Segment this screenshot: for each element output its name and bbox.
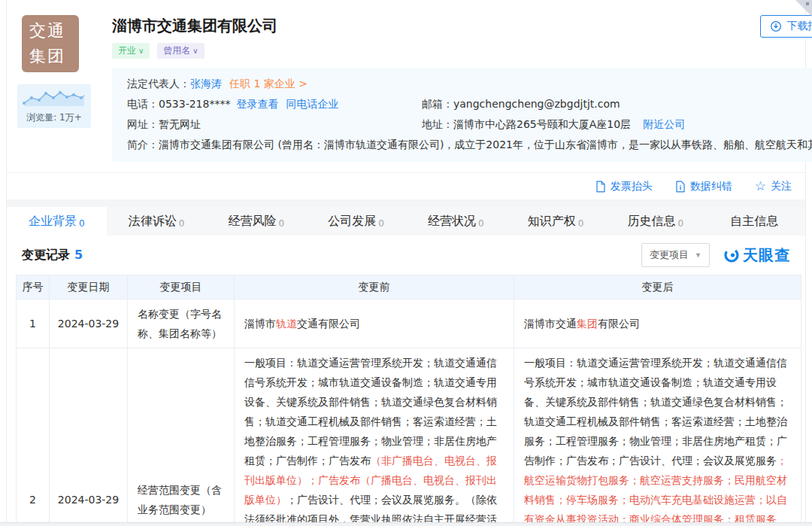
main-content: 变更记录5 变更项目 ▼ 天眼查	[7, 236, 805, 526]
tab-company-background[interactable]: 企业背景0	[7, 207, 107, 236]
filter-label: 变更项目	[650, 248, 689, 262]
legal-rep-label: 法定代表人：	[127, 74, 190, 94]
views-box: 浏览量: 1万+	[17, 84, 91, 128]
main-tabbar: 企业背景0 法律诉讼0 经营风险0 公司发展0 经营状况0 知识产权0 历史信息…	[7, 207, 805, 236]
table-row: 1 2024-03-29 名称变更（字号名称、集团名称等） 淄博市轨道交通有限公…	[17, 299, 801, 348]
company-header: 交通 集团 浏览量: 1万+	[7, 0, 805, 172]
tab-intellectual-property[interactable]: 知识产权0	[506, 207, 606, 236]
address-label: 地址：	[422, 114, 453, 135]
col-header-after: 变更后	[514, 275, 801, 299]
former-name-badge[interactable]: 曾用名∨	[157, 43, 204, 59]
email-value: yangchengcheng@zbgdjtjt.com	[453, 94, 620, 114]
legal-rep-name-link[interactable]: 张海涛	[190, 74, 222, 94]
views-sparkline-chart	[21, 89, 87, 107]
company-logo-line2: 集团	[29, 45, 71, 68]
description-text: 淄博市交通集团有限公司 (曾用名：淄博市轨道交通有限公司)，成立于2021年，位…	[159, 135, 812, 155]
tab-operation-risk[interactable]: 经营风险0	[207, 207, 307, 236]
download-report-label: 下载报告	[786, 20, 812, 33]
data-correction-label: 数据纠错	[690, 180, 732, 193]
section-divider	[7, 199, 805, 207]
phone-label: 电话：	[127, 94, 159, 114]
section-title: 变更记录	[22, 248, 70, 262]
change-date: 2024-03-29	[50, 299, 128, 348]
col-header-no: 序号	[17, 275, 50, 299]
tab-self-published-info[interactable]: 自主信息	[705, 207, 805, 236]
col-header-before: 变更前	[235, 275, 514, 299]
company-info-panel: 法定代表人： 张海涛 任职 1 家企业 > 电话： 0533-218**** 登…	[112, 68, 812, 162]
change-date: 2024-03-29	[50, 348, 128, 526]
legal-rep-companies-link[interactable]: 任职 1 家企业 >	[229, 74, 308, 94]
website-value: 暂无网址	[159, 114, 201, 135]
tab-operating-status[interactable]: 经营状况0	[406, 207, 506, 236]
page-title: 淄博市交通集团有限公司	[112, 15, 698, 36]
invoice-title-button[interactable]: 发票抬头	[595, 180, 653, 193]
download-icon	[770, 20, 782, 32]
change-item: 名称变更（字号名称、集团名称等）	[128, 299, 235, 348]
address-value: 淄博市中心路265号颐和大厦A座10层	[453, 114, 631, 135]
company-logo-line1: 交通	[29, 20, 71, 42]
change-item: 经营范围变更（含业务范围变更）	[128, 348, 235, 526]
nearby-companies-link[interactable]: 附近公司	[643, 114, 685, 135]
brand-eye-icon	[723, 247, 740, 263]
col-header-date: 变更日期	[50, 275, 128, 299]
change-item-filter-dropdown[interactable]: 变更项目 ▼	[641, 243, 710, 267]
login-to-view-link[interactable]: 登录查看	[236, 94, 278, 114]
window-bottom-edge	[0, 522, 812, 526]
change-after: 一般项目：轨道交通运营管理系统开发；轨道交通通信信号系统开发；城市轨道交通设备制…	[514, 348, 801, 526]
follow-button[interactable]: ☆ 关注	[755, 180, 792, 193]
change-records-table: 序号 变更日期 变更项目 变更前 变更后 1 2024-03-29 名称变更（字…	[16, 275, 801, 526]
chevron-down-icon: ▼	[695, 251, 701, 259]
data-correction-button[interactable]: 数据纠错	[675, 180, 732, 193]
views-count: 浏览量: 1万+	[20, 111, 88, 124]
secondary-actions-bar: 发票抬头 数据纠错 ☆ 关注	[7, 172, 805, 199]
corner-fold-dot	[806, 2, 809, 5]
status-badge-open[interactable]: 开业∨	[112, 43, 150, 59]
company-logo: 交通 集团	[22, 15, 79, 72]
invoice-title-label: 发票抬头	[611, 180, 653, 193]
download-report-button[interactable]: 下载报告	[760, 15, 812, 38]
col-header-item: 变更项目	[128, 275, 235, 299]
chevron-down-icon: ∨	[192, 47, 198, 55]
row-no: 2	[17, 348, 50, 526]
email-label: 邮箱：	[422, 94, 453, 114]
document-icon	[595, 181, 606, 193]
description-label: 简介：	[127, 135, 159, 155]
row-no: 1	[17, 299, 50, 348]
follow-label: 关注	[771, 180, 792, 193]
website-label: 网址：	[127, 114, 159, 135]
change-after: 淄博市交通集团有限公司	[514, 299, 801, 348]
brand-name: 天眼查	[743, 245, 790, 266]
change-before: 淄博市轨道交通有限公司	[235, 299, 514, 348]
section-count-badge: 5	[74, 248, 83, 262]
table-row: 2 2024-03-29 经营范围变更（含业务范围变更） 一般项目：轨道交通运营…	[17, 348, 801, 526]
chevron-down-icon: ∨	[138, 47, 144, 55]
tab-company-development[interactable]: 公司发展0	[306, 207, 406, 236]
phone-value: 0533-218****	[159, 94, 230, 114]
tab-history-info[interactable]: 历史信息0	[606, 207, 706, 236]
brand-logo: 天眼查	[723, 245, 790, 266]
tab-legal-litigation[interactable]: 法律诉讼0	[107, 207, 207, 236]
document-info-icon	[675, 181, 686, 193]
corner-fold-decoration	[795, 0, 812, 17]
change-before: 一般项目：轨道交通运营管理系统开发；轨道交通通信信号系统开发；城市轨道交通设备制…	[235, 348, 514, 526]
table-header-row: 序号 变更日期 变更项目 变更前 变更后	[17, 275, 801, 299]
same-phone-companies-link[interactable]: 同电话企业	[286, 94, 338, 114]
page: 交通 集团 浏览量: 1万+	[0, 0, 812, 526]
star-icon: ☆	[755, 180, 766, 193]
